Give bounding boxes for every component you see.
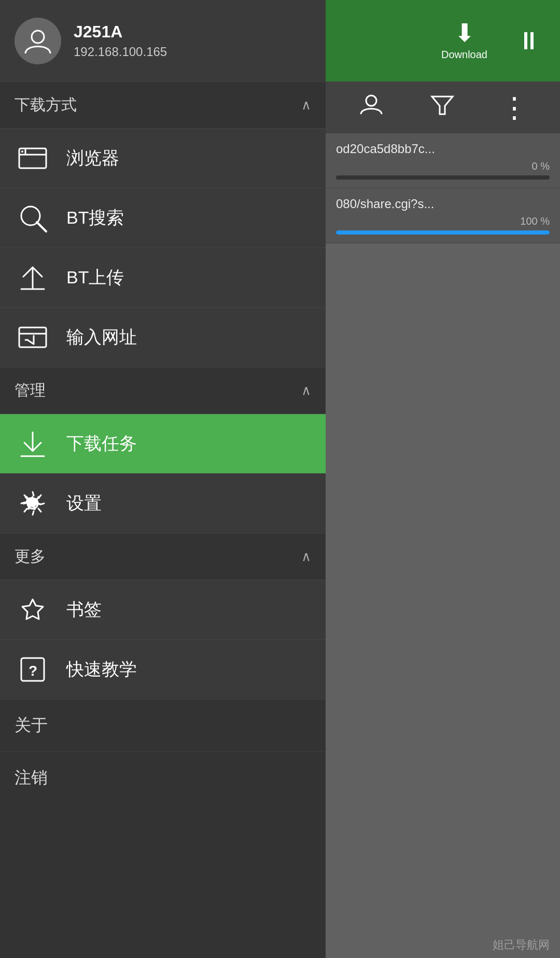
bt-upload-label: BT上传 — [66, 266, 124, 290]
action-bar: ⋮ — [326, 81, 560, 133]
input-url-label: 输入网址 — [66, 325, 137, 349]
svg-line-8 — [37, 222, 46, 231]
settings-menu-item[interactable]: 设置 — [0, 473, 326, 533]
download-tab-icon: ⬇ — [454, 21, 475, 46]
manage-section-header[interactable]: 管理 ∧ — [0, 367, 326, 414]
browser-menu-item[interactable]: 浏览器 — [0, 128, 326, 188]
browser-label: 浏览器 — [66, 146, 119, 170]
logout-label: 注销 — [15, 768, 48, 787]
tutorial-label: 快速教学 — [66, 658, 137, 681]
svg-marker-18 — [22, 599, 43, 619]
download-tab-button[interactable]: ⬇ Download — [441, 21, 487, 61]
pause-tab-icon: ⏸ — [516, 29, 541, 53]
about-menu-item[interactable]: 关于 — [0, 699, 326, 751]
progress-bar-fill — [336, 230, 550, 235]
settings-label: 设置 — [66, 491, 102, 515]
bookmark-label: 书签 — [66, 598, 102, 622]
user-info: J251A 192.168.100.165 — [74, 22, 167, 59]
settings-icon — [15, 485, 51, 522]
item-name: 080/share.cgi?s... — [336, 197, 550, 211]
person-button[interactable] — [358, 91, 384, 124]
progress-bar-bg — [336, 175, 550, 180]
progress-bar-bg — [336, 230, 550, 235]
tutorial-menu-item[interactable]: ? 快速教学 — [0, 639, 326, 699]
bookmark-icon — [15, 592, 51, 628]
svg-point-0 — [366, 95, 376, 106]
bt-search-menu-item[interactable]: BT搜索 — [0, 188, 326, 248]
svg-marker-1 — [432, 97, 453, 114]
user-ip: 192.168.100.165 — [74, 45, 167, 59]
more-section-arrow: ∧ — [301, 549, 311, 565]
manage-section-title: 管理 — [15, 380, 46, 401]
svg-point-6 — [21, 150, 23, 153]
logout-menu-item[interactable]: 注销 — [0, 751, 326, 804]
download-task-label: 下载任务 — [66, 432, 137, 456]
user-header: J251A 192.168.100.165 — [0, 0, 326, 81]
item-name: od20ca5d8bb7c... — [336, 142, 550, 156]
pause-tab-button[interactable]: ⏸ — [508, 29, 550, 53]
bt-upload-menu-item[interactable]: BT上传 — [0, 248, 326, 307]
bt-search-label: BT搜索 — [66, 206, 124, 230]
input-url-menu-item[interactable]: 输入网址 — [0, 307, 326, 367]
more-section-title: 更多 — [15, 546, 46, 567]
download-section-header[interactable]: 下载方式 ∧ — [0, 81, 326, 128]
more-section-header[interactable]: 更多 ∧ — [0, 533, 326, 580]
browser-icon — [15, 140, 51, 176]
tutorial-icon: ? — [15, 651, 51, 688]
sidebar: J251A 192.168.100.165 下载方式 ∧ 浏览器 BT搜索 — [0, 0, 326, 958]
download-section-arrow: ∧ — [301, 97, 311, 113]
avatar — [15, 18, 61, 64]
bt-upload-icon — [15, 259, 51, 296]
user-name: J251A — [74, 22, 167, 42]
item-progress-text: 0 % — [336, 160, 550, 172]
download-task-menu-item[interactable]: 下载任务 — [0, 414, 326, 473]
bt-search-icon — [15, 200, 51, 236]
bookmark-menu-item[interactable]: 书签 — [0, 580, 326, 639]
download-section-title: 下载方式 — [15, 94, 77, 116]
manage-section-arrow: ∧ — [301, 382, 311, 399]
svg-point-2 — [32, 31, 44, 43]
download-list: od20ca5d8bb7c... 0 % 080/share.cgi?s... … — [326, 133, 560, 243]
item-progress-text: 100 % — [336, 215, 550, 227]
download-tab-label: Download — [441, 49, 487, 61]
more-button[interactable]: ⋮ — [500, 91, 527, 124]
filter-button[interactable] — [429, 91, 455, 124]
watermark: 姐己导航网 — [493, 937, 550, 953]
about-label: 关于 — [15, 716, 48, 734]
input-url-icon — [15, 319, 51, 355]
download-item[interactable]: od20ca5d8bb7c... 0 % — [326, 133, 560, 188]
svg-text:?: ? — [29, 663, 37, 679]
download-item[interactable]: 080/share.cgi?s... 100 % — [326, 188, 560, 243]
download-task-icon — [15, 426, 51, 462]
